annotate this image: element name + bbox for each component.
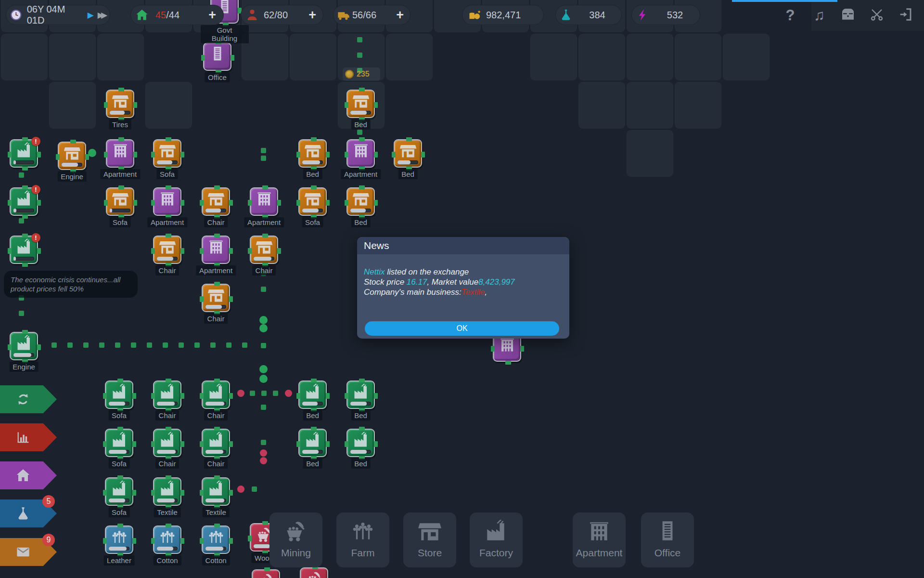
tile-port xyxy=(180,538,184,544)
factory-icon xyxy=(15,238,33,256)
building-tile-factory[interactable]: ! xyxy=(10,139,38,168)
path-dot-green xyxy=(357,37,362,42)
tile-port xyxy=(345,393,348,399)
building-tile-store-sofa[interactable] xyxy=(106,187,134,216)
tile-port xyxy=(85,154,89,160)
play-button[interactable]: ▶ xyxy=(88,10,94,20)
building-tile-farm-cotton[interactable] xyxy=(202,525,230,554)
building-tile-factory-bed[interactable] xyxy=(346,429,375,457)
factory-icon xyxy=(15,190,33,208)
building-tile-farm-cotton[interactable] xyxy=(153,525,181,554)
path-dot-green xyxy=(210,342,216,348)
alert-badge: ! xyxy=(31,233,40,242)
tile-label: Apartment xyxy=(100,169,140,179)
sidebar-banner-recycle[interactable] xyxy=(0,385,57,413)
building-tile-factory-textile[interactable] xyxy=(202,477,230,506)
tile-port xyxy=(104,102,108,108)
add-housing-button[interactable]: + xyxy=(208,9,216,22)
fast-forward-button[interactable]: ▶▶ xyxy=(98,10,104,20)
tile-label: Cotton xyxy=(202,555,230,565)
help-button[interactable]: ? xyxy=(781,7,800,24)
building-tile-apartment-apartment[interactable] xyxy=(153,187,181,216)
building-tile-apartment-apartment[interactable] xyxy=(250,187,278,216)
factory-icon xyxy=(159,480,176,498)
build-button-factory[interactable]: Factory xyxy=(470,512,523,567)
building-tile-office-office[interactable] xyxy=(203,42,231,71)
build-button-office[interactable]: Office xyxy=(641,512,694,567)
building-tile-factory-sofa[interactable] xyxy=(105,477,133,506)
factory-icon xyxy=(207,432,225,449)
building-tile-factory-sofa[interactable] xyxy=(105,381,133,409)
building-tile-store-chair[interactable] xyxy=(250,236,278,264)
building-tile-factory-engine[interactable] xyxy=(10,332,38,360)
music-button[interactable]: ♫ xyxy=(809,7,829,24)
building-tile-store-sofa[interactable] xyxy=(298,187,327,216)
factory-icon xyxy=(111,480,128,498)
building-tile-apartment-apartment[interactable] xyxy=(346,139,375,168)
factory-icon xyxy=(207,383,225,401)
building-tile-farm-leather[interactable] xyxy=(105,525,133,554)
building-tile-factory-textile[interactable] xyxy=(153,477,181,506)
tile-port xyxy=(22,234,28,237)
tile-port xyxy=(200,393,204,399)
add-workers-button[interactable]: + xyxy=(308,9,316,22)
building-tile-factory[interactable]: ! xyxy=(10,236,38,264)
building-tile-factory-bed[interactable] xyxy=(298,429,327,457)
game-map[interactable]: Govt BuildingOfficeTiresBed!EngineApartm… xyxy=(0,0,924,578)
building-tile-factory-sofa[interactable] xyxy=(105,429,133,457)
building-tile-store-tires[interactable] xyxy=(106,90,134,118)
building-tile-store-engine[interactable] xyxy=(58,142,86,170)
tile-label: Tires xyxy=(109,119,131,130)
alert-badge: ! xyxy=(31,137,40,146)
tile-label: Office xyxy=(205,72,230,82)
building-tile-mining[interactable] xyxy=(252,569,280,578)
save-chest-button[interactable] xyxy=(838,7,858,26)
path-dot-red xyxy=(285,390,292,397)
building-tile-factory-chair[interactable] xyxy=(202,381,230,409)
grid-cell xyxy=(675,34,721,80)
building-tile-store-chair[interactable] xyxy=(202,187,230,216)
path-dot-green xyxy=(273,391,278,396)
build-button-apartment[interactable]: Apartment xyxy=(573,512,626,567)
building-tile-store-bed[interactable] xyxy=(346,187,375,216)
building-tile-factory[interactable]: ! xyxy=(10,187,38,216)
path-dot-green xyxy=(259,316,268,324)
building-tile-factory-chair[interactable] xyxy=(153,429,181,457)
build-button-store[interactable]: Store xyxy=(403,512,456,567)
build-button-mining[interactable]: Mining xyxy=(270,512,322,567)
building-tile-store-chair[interactable] xyxy=(202,284,230,312)
building-tile-apartment-apartment[interactable] xyxy=(202,236,230,264)
alert-badge: ! xyxy=(31,185,40,194)
add-logistics-button[interactable]: + xyxy=(396,9,404,22)
dialog-ok-button[interactable]: OK xyxy=(365,321,559,336)
workers-counter: 62/80 + xyxy=(241,5,323,25)
building-tile-mining[interactable] xyxy=(300,567,328,578)
building-tile-factory-bed[interactable] xyxy=(298,381,327,409)
building-tile-factory-chair[interactable] xyxy=(202,429,230,457)
research-counter: 384 xyxy=(555,5,622,25)
sidebar-banner-house[interactable] xyxy=(0,461,57,489)
building-tile-apartment-apartment[interactable] xyxy=(106,139,134,168)
store-icon xyxy=(352,92,370,110)
path-dot-green xyxy=(147,342,152,348)
building-tile-factory-bed[interactable] xyxy=(346,381,375,409)
sidebar-banner-barchart[interactable] xyxy=(0,423,57,451)
tile-port xyxy=(117,427,123,431)
building-tile-store-sofa[interactable] xyxy=(153,139,181,168)
building-tile-store-bed[interactable] xyxy=(298,139,327,168)
tile-port xyxy=(118,137,124,141)
building-tile-factory-chair[interactable] xyxy=(153,381,181,409)
tile-port xyxy=(359,185,365,189)
building-tile-store-bed[interactable] xyxy=(346,90,375,118)
path-dot-green xyxy=(51,342,57,348)
building-tile-store-bed[interactable] xyxy=(394,139,422,168)
cut-button[interactable] xyxy=(867,7,886,26)
path-dot-green xyxy=(261,156,266,161)
exit-button[interactable] xyxy=(896,7,915,26)
tile-label: Leather xyxy=(103,555,135,565)
flask-icon xyxy=(15,506,31,521)
apartment-icon xyxy=(256,190,273,208)
building-tile-store-chair[interactable] xyxy=(153,236,181,264)
build-button-farm[interactable]: Farm xyxy=(336,512,389,567)
tile-port xyxy=(151,538,155,544)
